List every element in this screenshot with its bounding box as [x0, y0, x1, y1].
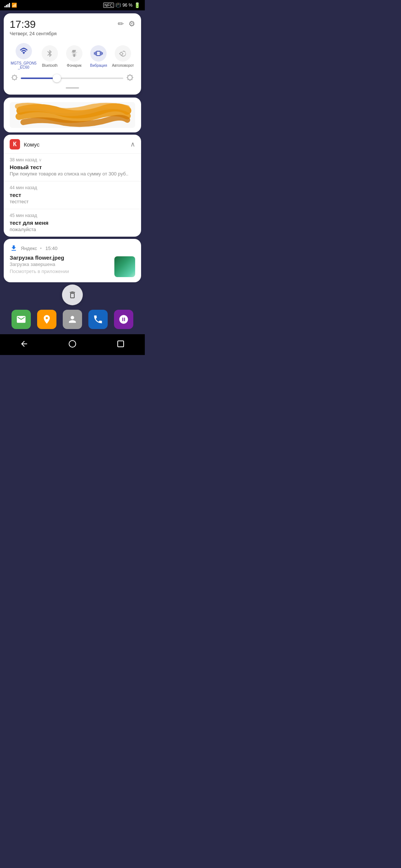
- recents-button[interactable]: [113, 338, 129, 350]
- wifi-label: MGTS_GPON5_EC60: [11, 61, 36, 69]
- komus-expand-icon[interactable]: ∧: [130, 140, 135, 148]
- brightness-low-icon: [11, 74, 18, 82]
- toggle-flashlight[interactable]: Фонарик: [63, 45, 85, 68]
- signal-bars: [4, 3, 10, 7]
- toggle-vibration[interactable]: Вибрация: [87, 45, 110, 68]
- vibration-label: Вибрация: [90, 63, 107, 68]
- yandex-content: Загрузка flower.jpeg Загрузка завершена …: [10, 254, 135, 277]
- yandex-link[interactable]: Посмотреть в приложении: [10, 269, 69, 274]
- yandex-time: 15:40: [45, 246, 58, 251]
- scratched-notification: [4, 98, 141, 132]
- bar4: [9, 3, 10, 7]
- komus-notif-item-3[interactable]: 45 мин назад тест для меня пожалуйста: [4, 209, 141, 237]
- notif-body-2: тесттест: [10, 199, 135, 204]
- yandex-thumbnail: [114, 256, 135, 277]
- komus-logo-letter: К: [13, 141, 17, 148]
- delete-all-button[interactable]: [62, 285, 83, 305]
- komus-notification: К Комус ∧ 38 мин назад ∨ Новый тест При …: [4, 135, 141, 237]
- vibration-status-icon: 📳: [115, 3, 121, 8]
- qs-time: 17:39: [10, 19, 57, 30]
- notif-title-1: Новый тест: [10, 164, 135, 170]
- battery-icon: 🔋: [134, 2, 140, 8]
- wifi-status-icon: 📶: [12, 3, 17, 8]
- settings-icon[interactable]: ⚙: [128, 19, 135, 28]
- brightness-control: [10, 74, 135, 83]
- app-icon-orange[interactable]: [37, 310, 56, 329]
- brightness-high-icon: [126, 74, 134, 83]
- toggle-rotation[interactable]: Автоповорот: [112, 45, 134, 68]
- nfc-icon: NFC: [103, 3, 114, 8]
- quick-settings-panel: 17:39 Четверг, 24 сентября ✏ ⚙ MGTS_GPON…: [4, 13, 141, 95]
- back-button[interactable]: [16, 338, 32, 350]
- yandex-body: Загрузка завершена: [10, 262, 69, 267]
- app-icon-purple[interactable]: [114, 310, 133, 329]
- scratch-overlay-svg: [10, 102, 135, 128]
- home-button[interactable]: [64, 338, 81, 350]
- qs-datetime: 17:39 Четверг, 24 сентября: [10, 19, 57, 36]
- rotation-toggle-icon: [115, 45, 131, 62]
- vibration-toggle-icon: [90, 45, 107, 62]
- toggles-row: MGTS_GPON5_EC60 Bluetooth Фонарик: [10, 43, 135, 69]
- status-right: NFC 📳 96 % 🔋: [103, 2, 140, 8]
- yandex-text-content: Загрузка flower.jpeg Загрузка завершена …: [10, 254, 69, 277]
- rotation-label: Автоповорот: [112, 63, 134, 68]
- status-bar: 📶 NFC 📳 96 % 🔋: [0, 0, 145, 10]
- toggle-bluetooth[interactable]: Bluetooth: [39, 45, 61, 68]
- app-icon-gray[interactable]: [63, 310, 82, 329]
- expand-chevron-1: ∨: [39, 157, 42, 162]
- bar2: [6, 5, 7, 7]
- qs-date: Четверг, 24 сентября: [10, 31, 57, 36]
- notif-time-3: 45 мин назад: [10, 213, 135, 218]
- bluetooth-toggle-icon: [42, 45, 58, 62]
- brightness-thumb[interactable]: [53, 74, 61, 82]
- qs-divider: [66, 87, 79, 89]
- bluetooth-label: Bluetooth: [42, 63, 58, 68]
- status-left: 📶: [4, 3, 17, 8]
- brightness-slider[interactable]: [21, 78, 123, 79]
- app-icon-green[interactable]: [12, 310, 31, 329]
- wifi-toggle-icon: [16, 43, 32, 59]
- komus-notif-item-1[interactable]: 38 мин назад ∨ Новый тест При покупке то…: [4, 154, 141, 181]
- notif-body-3: пожалуйста: [10, 227, 135, 232]
- notif-time-1: 38 мин назад ∨: [10, 157, 135, 162]
- komus-logo: К: [10, 139, 20, 149]
- yandex-header: Яндекс • 15:40: [10, 244, 135, 252]
- komus-notif-item-2[interactable]: 44 мин назад тест тесттест: [4, 181, 141, 209]
- app-icon-blue[interactable]: [88, 310, 108, 329]
- yandex-download-icon: [10, 244, 18, 252]
- notif-title-2: тест: [10, 192, 135, 198]
- qs-top-icons: ✏ ⚙: [118, 19, 135, 28]
- yandex-notification: Яндекс • 15:40 Загрузка flower.jpeg Загр…: [4, 239, 141, 282]
- svg-rect-2: [118, 341, 124, 347]
- notif-time-2: 44 мин назад: [10, 185, 135, 190]
- toggle-wifi[interactable]: MGTS_GPON5_EC60: [11, 43, 36, 69]
- app-dock: [4, 307, 141, 332]
- yandex-app-name: Яндекс: [21, 246, 37, 251]
- notif-body-1: При покупке товаров из списка на сумму о…: [10, 171, 135, 177]
- komus-notification-header: К Комус ∧: [4, 135, 141, 154]
- yandex-separator: •: [40, 246, 42, 251]
- bar1: [4, 6, 6, 7]
- flashlight-toggle-icon: [66, 45, 82, 62]
- delete-btn-container: [0, 285, 145, 305]
- edit-icon[interactable]: ✏: [118, 19, 124, 28]
- scratch-content: [10, 102, 135, 128]
- svg-rect-0: [73, 54, 75, 56]
- bar3: [7, 4, 9, 7]
- komus-app-name: Комус: [24, 141, 127, 148]
- nav-bar: [0, 334, 145, 355]
- yandex-title: Загрузка flower.jpeg: [10, 254, 69, 261]
- svg-point-1: [69, 341, 76, 347]
- battery-percent: 96 %: [123, 3, 133, 8]
- notif-title-3: тест для меня: [10, 220, 135, 226]
- brightness-fill: [21, 78, 57, 79]
- qs-header: 17:39 Четверг, 24 сентября ✏ ⚙: [10, 19, 135, 36]
- flashlight-label: Фонарик: [67, 63, 82, 68]
